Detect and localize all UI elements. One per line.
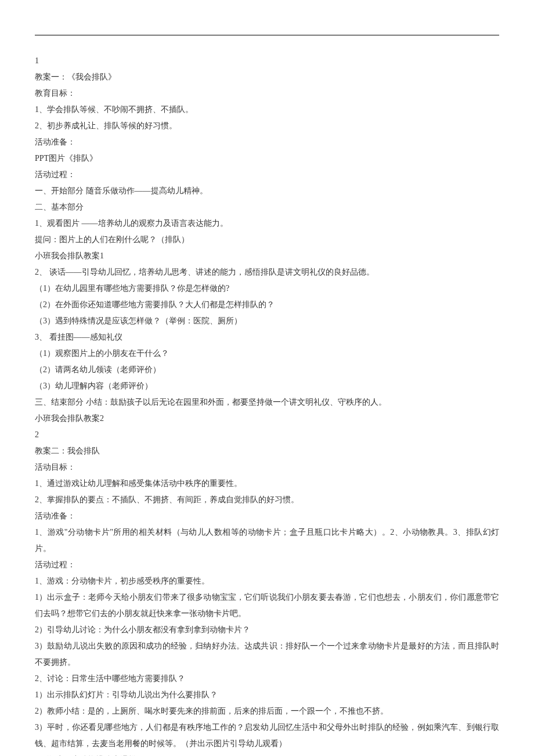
document-line: 1 xyxy=(35,53,499,69)
document-line: 活动过程： xyxy=(35,557,499,573)
document-line: 三、结束部分 小结：鼓励孩子以后无论在园里和外面，都要坚持做一个讲文明礼仪、守秩… xyxy=(35,394,499,411)
document-line: 2、讨论：日常生活中哪些地方需要排队？ xyxy=(35,671,499,687)
document-line: 教案一：《我会排队》 xyxy=(35,69,499,85)
document-line: 2 xyxy=(35,427,499,443)
top-divider xyxy=(35,35,499,35)
document-line: 小班我会排队教案1 xyxy=(35,248,499,264)
document-line: 教育目标： xyxy=(35,85,499,102)
document-line: （3）幼儿理解内容（老师评价） xyxy=(35,378,499,394)
document-line: 活动准备： xyxy=(35,508,499,524)
document-line: （3）遇到特殊情况是应该怎样做？（举例：医院、厕所） xyxy=(35,313,499,329)
document-line: （2）请两名幼儿领读（老师评价） xyxy=(35,362,499,378)
document-line: 2）引导幼儿讨论：为什么小朋友都没有拿到拿到动物卡片？ xyxy=(35,622,499,638)
document-line: 提问：图片上的人们在刚什么呢？（排队） xyxy=(35,232,499,248)
document-line: PPT图片《排队》 xyxy=(35,150,499,167)
document-line: 3、 看挂图——感知礼仪 xyxy=(35,329,499,345)
document-line: 1、观看图片 ——培养幼儿的观察力及语言表达能力。 xyxy=(35,215,499,232)
document-line: 3）鼓励幼儿说出失败的原因和成功的经验，归纳好办法。达成共识：排好队一个一个过来… xyxy=(35,638,499,671)
document-line: 3、游戏：小动物排队上滑梯 xyxy=(35,752,499,756)
document-line: 2、初步养成礼让、排队等候的好习惯。 xyxy=(35,118,499,134)
document-line: 1）出示排队幻灯片：引导幼儿说出为什么要排队？ xyxy=(35,687,499,703)
document-line: 2、 谈话——引导幼儿回忆，培养幼儿思考、讲述的能力，感悟排队是讲文明礼仪的良好… xyxy=(35,264,499,280)
document-line: 小班我会排队教案2 xyxy=(35,411,499,427)
document-line: 活动准备： xyxy=(35,134,499,150)
document-line: 活动目标： xyxy=(35,459,499,476)
document-line: 教案二：我会排队 xyxy=(35,443,499,459)
document-line: 2）教师小结：是的，上厕所、喝水时要先来的排前面，后来的排后面，一个跟一个，不推… xyxy=(35,703,499,719)
document-line: 活动过程： xyxy=(35,167,499,183)
document-line: 1）出示盒子：老师今天给小朋友们带来了很多动物宝宝，它们听说我们小朋友要去春游，… xyxy=(35,589,499,622)
document-line: 2、掌握排队的要点：不插队、不拥挤、有间距，养成自觉排队的好习惯。 xyxy=(35,492,499,508)
document-line: （1）观察图片上的小朋友在干什么？ xyxy=(35,345,499,362)
document-line: 3）平时，你还看见哪些地方，人们都是有秩序地工作的？启发幼儿回忆生活中和父母外出… xyxy=(35,719,499,752)
document-content: 1教案一：《我会排队》教育目标：1、学会排队等候、不吵闹不拥挤、不插队。2、初步… xyxy=(35,53,499,756)
document-line: 二、基本部分 xyxy=(35,199,499,215)
document-line: 一、开始部分 随音乐做动作——提高幼儿精神。 xyxy=(35,183,499,199)
document-line: 1、通过游戏让幼儿理解和感受集体活动中秩序的重要性。 xyxy=(35,476,499,492)
document-line: （2）在外面你还知道哪些地方需要排队？大人们都是怎样排队的？ xyxy=(35,297,499,313)
document-line: 1、学会排队等候、不吵闹不拥挤、不插队。 xyxy=(35,102,499,118)
document-line: （1）在幼儿园里有哪些地方需要排队？你是怎样做的? xyxy=(35,280,499,297)
document-line: 1、游戏"分动物卡片"所用的相关材料（与幼儿人数相等的动物卡片；盒子且瓶口比卡片… xyxy=(35,524,499,557)
document-line: 1、游戏：分动物卡片，初步感受秩序的重要性。 xyxy=(35,573,499,589)
